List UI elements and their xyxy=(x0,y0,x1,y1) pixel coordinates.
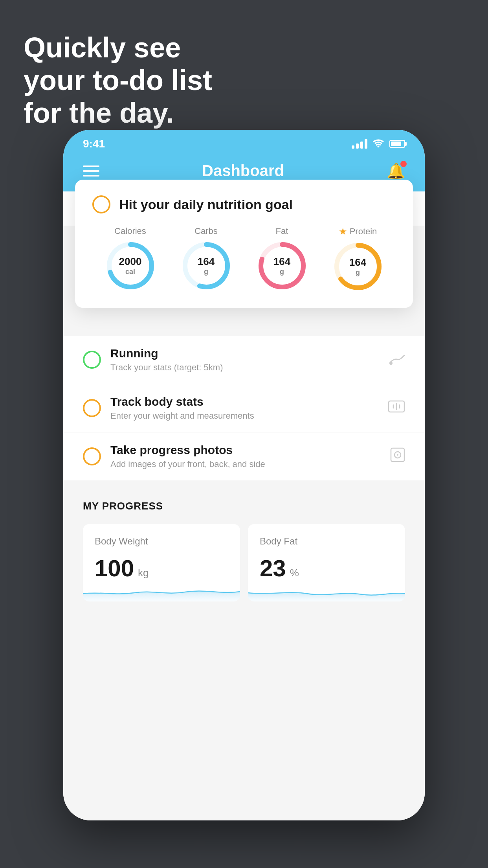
body-stats-text: Track body stats Enter your weight and m… xyxy=(110,395,378,421)
calories-donut: 2000 cal xyxy=(105,240,156,291)
battery-icon xyxy=(389,140,405,148)
body-stats-title: Track body stats xyxy=(110,395,378,408)
todo-list: Running Track your stats (target: 5km) xyxy=(63,336,425,480)
phone-mockup: 9:41 xyxy=(63,130,425,820)
list-item-progress-photos[interactable]: Take progress photos Add images of your … xyxy=(63,432,425,480)
body-fat-chart xyxy=(248,578,405,601)
svg-point-16 xyxy=(397,454,398,456)
nutrition-card-title: Hit your daily nutrition goal xyxy=(119,197,293,212)
fat-label: Fat xyxy=(276,226,288,236)
body-weight-card: Body Weight 100 kg xyxy=(83,524,240,601)
progress-photos-title: Take progress photos xyxy=(110,443,381,457)
running-radio[interactable] xyxy=(83,351,101,369)
running-icon xyxy=(389,351,405,368)
running-subtitle: Track your stats (target: 5km) xyxy=(110,362,380,373)
status-bar: 9:41 xyxy=(63,130,425,154)
fat-value: 164 g xyxy=(273,256,290,276)
notification-badge xyxy=(400,161,407,167)
progress-photos-subtitle: Add images of your front, back, and side xyxy=(110,459,381,469)
carbs-donut: 164 g xyxy=(181,240,232,291)
body-weight-unit: kg xyxy=(138,567,149,579)
progress-photos-radio[interactable] xyxy=(83,447,101,465)
protein-label: Protein xyxy=(350,226,377,237)
body-stats-radio[interactable] xyxy=(83,399,101,417)
nutrition-fat: Fat 164 g xyxy=(257,226,308,291)
hero-line3: for the day. xyxy=(24,97,212,129)
protein-value: 164 g xyxy=(349,256,366,277)
status-time: 9:41 xyxy=(83,138,105,150)
running-title: Running xyxy=(110,347,380,360)
list-item-running[interactable]: Running Track your stats (target: 5km) xyxy=(63,336,425,384)
svg-point-0 xyxy=(378,145,380,147)
nutrition-protein: ★ Protein 164 g xyxy=(332,226,383,292)
body-fat-card: Body Fat 23 % xyxy=(248,524,405,601)
wifi-icon xyxy=(373,138,384,150)
phone-content: THINGS TO DO TODAY Hit your daily nutrit… xyxy=(63,191,425,820)
calories-value: 2000 cal xyxy=(119,256,142,276)
nav-title: Dashboard xyxy=(202,162,284,180)
body-fat-label: Body Fat xyxy=(260,536,393,547)
protein-label-row: ★ Protein xyxy=(339,226,377,237)
phone-frame: 9:41 xyxy=(63,130,425,820)
carbs-value: 164 g xyxy=(198,256,215,276)
body-stats-subtitle: Enter your weight and measurements xyxy=(110,411,378,421)
protein-donut: 164 g xyxy=(332,241,383,292)
hero-line1: Quickly see xyxy=(24,31,212,64)
notification-bell[interactable]: 🔔 xyxy=(387,162,405,180)
nutrition-card: Hit your daily nutrition goal Calories xyxy=(75,180,413,308)
fat-donut: 164 g xyxy=(257,240,308,291)
signal-icon xyxy=(352,139,367,149)
body-weight-label: Body Weight xyxy=(95,536,228,547)
progress-header: MY PROGRESS xyxy=(83,500,405,512)
nutrition-circles: Calories 2000 cal xyxy=(92,226,396,292)
nutrition-radio[interactable] xyxy=(92,195,110,213)
nutrition-carbs: Carbs 164 g xyxy=(181,226,232,291)
body-stats-icon xyxy=(388,399,405,417)
star-icon: ★ xyxy=(339,226,347,237)
status-right xyxy=(352,138,405,150)
body-fat-unit: % xyxy=(290,567,299,579)
progress-section: MY PROGRESS Body Weight 100 kg xyxy=(63,480,425,613)
list-item-body-stats[interactable]: Track body stats Enter your weight and m… xyxy=(63,384,425,432)
carbs-label: Carbs xyxy=(194,226,218,236)
hero-line2: your to-do list xyxy=(24,64,212,97)
hero-text: Quickly see your to-do list for the day. xyxy=(24,31,212,129)
progress-photos-icon xyxy=(390,447,405,466)
progress-photos-text: Take progress photos Add images of your … xyxy=(110,443,381,469)
progress-cards: Body Weight 100 kg xyxy=(83,524,405,601)
nutrition-calories: Calories 2000 cal xyxy=(105,226,156,291)
running-text: Running Track your stats (target: 5km) xyxy=(110,347,380,373)
calories-label: Calories xyxy=(114,226,146,236)
card-title-row: Hit your daily nutrition goal xyxy=(92,195,396,213)
body-weight-chart xyxy=(83,578,240,601)
svg-point-9 xyxy=(389,362,393,365)
hamburger-menu[interactable] xyxy=(83,166,99,177)
